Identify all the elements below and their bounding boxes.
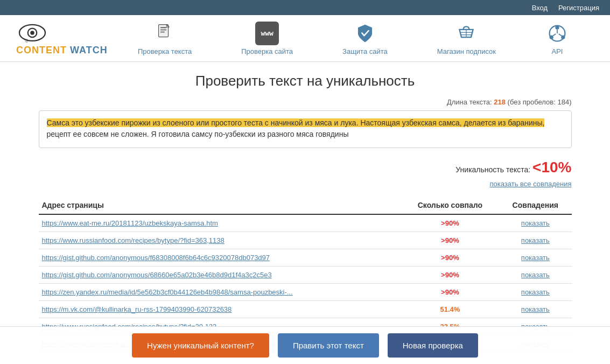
col-url-header: Адрес страницы (39, 197, 401, 214)
table-cell-url: https://zen.yandex.ru/media/id/5e562b3cf… (39, 284, 401, 301)
nav-check-text[interactable]: Проверка текста (138, 22, 192, 55)
nav-protect-site-label: Защита сайта (342, 47, 388, 55)
logo-icon: © (16, 20, 48, 45)
svg-point-19 (561, 35, 565, 39)
uniqueness-label: Уникальность текста: (455, 165, 530, 174)
svg-line-11 (471, 29, 473, 37)
table-cell-match: >90% (401, 267, 500, 284)
nav-api[interactable]: API (545, 22, 569, 55)
show-match-link[interactable]: показать (521, 288, 550, 296)
nav-api-label: API (552, 47, 563, 55)
table-cell-url: https://www.russianfood.com/recipes/byty… (39, 232, 401, 249)
table-cell-match: >90% (401, 232, 500, 249)
table-row: https://www.russianfood.com/recipes/byty… (39, 232, 572, 249)
svg-rect-6 (160, 29, 166, 30)
logo: © CONTENT WATCH (16, 20, 113, 56)
table-cell-show: показать (499, 301, 571, 318)
main-content: Проверить текст на уникальность Длина те… (23, 62, 588, 364)
show-match-link[interactable]: показать (521, 219, 550, 227)
table-cell-show: показать (499, 284, 571, 301)
show-match-link[interactable]: показать (521, 271, 550, 279)
nav-protect-site[interactable]: Защита сайта (342, 22, 388, 55)
new-check-button[interactable]: Новая проверка (388, 333, 478, 358)
col-show-header: Совпадения (499, 197, 571, 214)
table-row: https://www.eat-me.ru/20181123/uzbekskay… (39, 214, 572, 232)
shield-icon (353, 22, 377, 45)
svg-rect-7 (160, 31, 165, 32)
table-cell-url: https://gist.github.com/anonymous/f68308… (39, 249, 401, 267)
text-display: Самса это узбекские пирожки из слоеного … (39, 110, 572, 148)
show-all-link[interactable]: показать все совпадения (489, 180, 571, 188)
show-match-link[interactable]: показать (521, 236, 550, 244)
url-link[interactable]: https://zen.yandex.ru/media/id/5e562b3cf… (42, 288, 293, 296)
uniqueness-value: <10% (532, 159, 571, 176)
nav-check-text-label: Проверка текста (138, 47, 192, 55)
www-icon: www (255, 22, 279, 45)
table-cell-url: https://gist.github.com/anonymous/68660e… (39, 267, 401, 284)
table-cell-url: https://m.vk.com/@kullinarka_ru-rss-1799… (39, 301, 401, 318)
show-all-matches: показать все совпадения (39, 179, 572, 188)
register-link[interactable]: Регистрация (558, 4, 599, 12)
nav-shop-label: Магазин подписок (437, 47, 496, 55)
svg-line-22 (559, 33, 562, 36)
table-cell-show: показать (499, 267, 571, 284)
table-header-row: Адрес страницы Сколько совпало Совпадени… (39, 197, 572, 214)
table-row: https://m.vk.com/@kullinarka_ru-rss-1799… (39, 301, 572, 318)
table-row: https://zen.yandex.ru/media/id/5e562b3cf… (39, 284, 572, 301)
svg-text:©: © (25, 39, 29, 44)
basket-icon (454, 22, 478, 45)
bottom-buttons: Нужен уникальный контент? Править этот т… (0, 326, 610, 364)
unique-content-button[interactable]: Нужен уникальный контент? (132, 333, 269, 358)
table-cell-show: показать (499, 214, 571, 232)
svg-rect-5 (160, 27, 166, 28)
show-match-link[interactable]: показать (521, 305, 550, 313)
doc-icon (153, 22, 177, 45)
url-link[interactable]: https://gist.github.com/anonymous/f68308… (42, 254, 270, 262)
edit-text-button[interactable]: Править этот текст (278, 333, 379, 358)
page-title: Проверить текст на уникальность (39, 73, 572, 89)
logo-text: CONTENT WATCH (16, 45, 108, 56)
url-link[interactable]: https://www.russianfood.com/recipes/byty… (42, 236, 225, 244)
svg-point-2 (30, 31, 34, 35)
main-nav: Проверка текста www Проверка сайта Защит… (113, 22, 594, 55)
header: © CONTENT WATCH Проверка текста (0, 15, 610, 62)
top-bar: Вход Регистрация (0, 0, 610, 15)
svg-line-21 (553, 33, 556, 36)
url-link[interactable]: https://www.eat-me.ru/20181123/uzbekskay… (42, 219, 218, 227)
table-cell-match: >90% (401, 249, 500, 267)
svg-point-18 (550, 35, 553, 39)
uniqueness-section: Уникальность текста: <10% (39, 159, 572, 176)
table-cell-match: >90% (401, 214, 500, 232)
table-cell-show: показать (499, 249, 571, 267)
nav-shop[interactable]: Магазин подписок (437, 22, 496, 55)
show-match-link[interactable]: показать (521, 254, 550, 262)
table-cell-match: >90% (401, 284, 500, 301)
svg-point-17 (555, 25, 559, 29)
svg-line-10 (460, 29, 462, 37)
text-length-info: Длина текста: 218 (без пробелов: 184) (39, 98, 572, 106)
url-link[interactable]: https://gist.github.com/anonymous/68660e… (42, 271, 272, 279)
table-row: https://gist.github.com/anonymous/68660e… (39, 267, 572, 284)
table-cell-url: https://www.eat-me.ru/20181123/uzbekskay… (39, 214, 401, 232)
table-cell-show: показать (499, 232, 571, 249)
col-match-header: Сколько совпало (401, 197, 500, 214)
nav-check-site-label: Проверка сайта (241, 47, 293, 55)
nav-check-site[interactable]: www Проверка сайта (241, 22, 293, 55)
login-link[interactable]: Вход (532, 4, 548, 12)
table-cell-match: 51.4% (401, 301, 500, 318)
table-row: https://gist.github.com/anonymous/f68308… (39, 249, 572, 267)
url-link[interactable]: https://m.vk.com/@kullinarka_ru-rss-1799… (42, 305, 232, 313)
api-icon (545, 22, 569, 45)
